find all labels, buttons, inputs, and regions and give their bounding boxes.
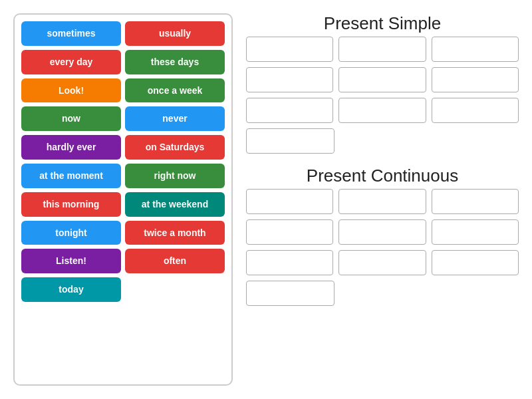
drop-cell[interactable] <box>246 250 333 275</box>
word-button[interactable]: never <box>125 106 225 131</box>
drop-cell[interactable] <box>432 250 519 275</box>
word-button[interactable]: now <box>21 106 121 131</box>
drop-cell[interactable] <box>246 189 333 214</box>
drop-cell[interactable] <box>338 67 426 92</box>
drop-cell[interactable] <box>432 37 519 62</box>
drop-cell[interactable] <box>432 219 519 245</box>
word-button[interactable]: once a week <box>125 78 225 103</box>
present-continuous-grid <box>246 189 519 275</box>
drop-cell[interactable] <box>246 67 333 92</box>
word-button[interactable]: usually <box>125 21 225 46</box>
word-button[interactable]: sometimes <box>21 21 121 46</box>
word-button[interactable]: right now <box>125 164 225 188</box>
word-bank: sometimesusuallyevery daythese daysLook!… <box>13 13 233 386</box>
word-button[interactable]: this morning <box>21 192 121 217</box>
word-button[interactable]: every day <box>21 50 121 74</box>
present-continuous-title: Present Continuous <box>246 166 519 186</box>
word-button[interactable]: often <box>125 249 225 273</box>
word-button[interactable]: Listen! <box>21 249 121 273</box>
present-simple-section: Present Simple <box>246 13 519 154</box>
drop-cell[interactable] <box>246 37 333 62</box>
word-button[interactable]: at the moment <box>21 164 121 188</box>
present-simple-title: Present Simple <box>246 13 519 34</box>
drop-cell[interactable] <box>246 281 334 306</box>
drop-cell[interactable] <box>246 128 334 154</box>
present-simple-grid <box>246 37 519 123</box>
drop-cell[interactable] <box>338 250 426 275</box>
drop-cell[interactable] <box>246 219 333 245</box>
word-button[interactable]: these days <box>125 50 225 74</box>
drop-cell[interactable] <box>432 67 519 92</box>
drop-cell[interactable] <box>432 98 519 123</box>
word-button[interactable]: Look! <box>21 78 121 103</box>
drop-cell[interactable] <box>338 219 426 245</box>
word-button[interactable]: on Saturdays <box>125 135 225 160</box>
present-continuous-section: Present Continuous <box>246 166 519 306</box>
drop-cell[interactable] <box>246 98 333 123</box>
drop-cell[interactable] <box>338 37 426 62</box>
right-panel: Present Simple Present Continuous <box>246 13 519 386</box>
word-button[interactable]: hardly ever <box>21 135 121 160</box>
word-button[interactable]: tonight <box>21 221 121 245</box>
word-button[interactable]: today <box>21 277 121 302</box>
drop-cell[interactable] <box>338 98 426 123</box>
drop-cell[interactable] <box>432 189 519 214</box>
drop-cell[interactable] <box>338 189 426 214</box>
word-button[interactable]: twice a month <box>125 221 225 245</box>
word-button[interactable]: at the weekend <box>125 192 225 217</box>
